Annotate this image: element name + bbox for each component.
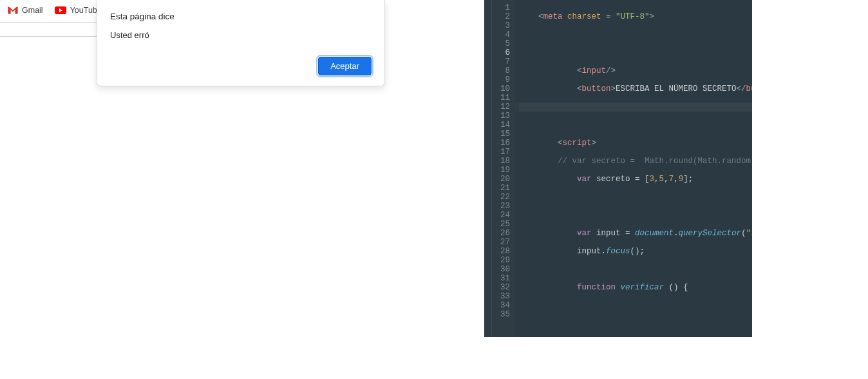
dialog-title: Esta página dice [110,12,372,21]
divider [0,36,97,37]
line-numbers: 1234567891011121314151617181920212223242… [492,0,515,337]
editor-gutter: 1234567891011121314151617181920212223242… [484,0,515,337]
fold-strip [484,0,492,337]
accept-button[interactable]: Aceptar [318,57,372,75]
bookmark-gmail-label: Gmail [22,6,43,15]
bookmark-gmail[interactable]: Gmail [8,6,43,15]
bookmark-youtube[interactable]: YouTube [55,6,102,15]
youtube-icon [55,6,66,14]
gmail-icon [8,6,18,14]
code-editor[interactable]: 1234567891011121314151617181920212223242… [484,0,752,337]
alert-dialog: Esta página dice Usted erró Aceptar [97,0,385,86]
dialog-actions: Aceptar [110,57,372,75]
dialog-message: Usted erró [110,30,372,40]
divider [0,22,97,23]
code-area[interactable]: <meta charset = "UTF-8"> <input/> <butto… [515,0,752,337]
